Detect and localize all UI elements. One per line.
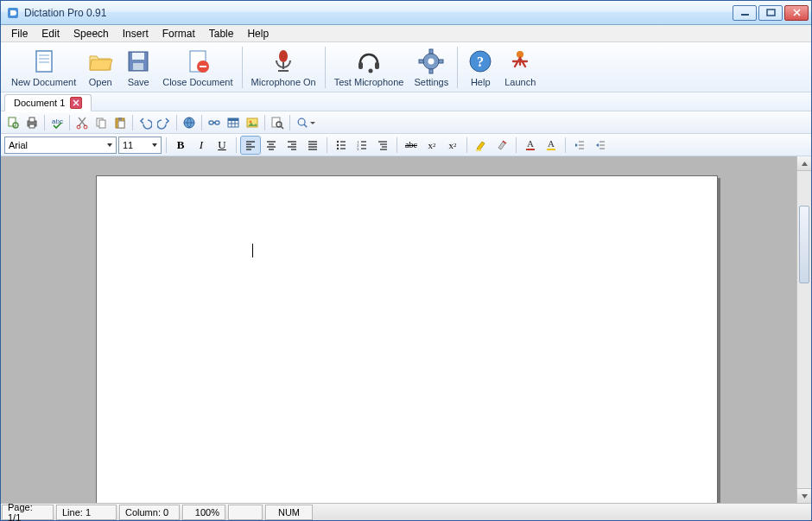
scrollbar-thumb[interactable] [799, 206, 809, 283]
svg-rect-44 [213, 122, 216, 124]
text-cursor [252, 244, 253, 257]
svg-point-13 [279, 50, 288, 62]
settings-button[interactable]: Settings [409, 44, 454, 91]
svg-point-73 [337, 140, 339, 142]
copy-button[interactable] [92, 114, 110, 131]
microphone-on-button[interactable]: Microphone On [246, 44, 321, 91]
italic-button[interactable]: I [192, 137, 211, 154]
highlight-color-button[interactable]: A [542, 137, 561, 154]
svg-rect-93 [547, 149, 555, 150]
superscript-button[interactable]: x2 [443, 137, 462, 154]
svg-rect-28 [9, 118, 16, 126]
undo-button[interactable] [136, 114, 154, 131]
scrollbar-track[interactable] [797, 171, 811, 488]
svg-rect-39 [118, 118, 122, 120]
multilevel-list-button[interactable] [373, 137, 392, 154]
scroll-down-button[interactable] [797, 488, 811, 503]
insert-table-button[interactable] [225, 114, 242, 131]
document-page[interactable] [96, 175, 718, 503]
svg-text:2: 2 [357, 143, 359, 148]
underline-button[interactable]: U [213, 137, 232, 154]
tab-close-button[interactable] [70, 97, 82, 109]
launch-button[interactable]: Launch [499, 44, 541, 91]
toolbar-separator [516, 137, 517, 153]
bold-button[interactable]: B [171, 137, 190, 154]
find-button[interactable] [269, 114, 286, 131]
svg-rect-91 [526, 149, 535, 150]
font-family-select[interactable]: Arial [4, 137, 117, 154]
svg-rect-45 [228, 118, 238, 127]
maximize-button[interactable] [758, 5, 783, 21]
new-document-icon [30, 48, 58, 75]
test-microphone-button[interactable]: Test Microphone [329, 44, 409, 91]
print-button[interactable] [23, 114, 41, 131]
close-document-button[interactable]: Close Document [157, 44, 238, 91]
close-button[interactable] [784, 5, 809, 21]
svg-text:A: A [527, 138, 534, 149]
window-title: Dictation Pro 0.91 [24, 7, 733, 19]
help-button[interactable]: ? Help [461, 44, 499, 91]
menu-insert[interactable]: Insert [116, 26, 155, 41]
print-preview-button[interactable] [4, 114, 22, 131]
open-button[interactable]: Open [81, 44, 119, 91]
clear-formatting-button[interactable] [492, 137, 511, 154]
svg-point-25 [470, 51, 491, 72]
svg-rect-8 [132, 53, 144, 60]
bullet-list-button[interactable] [332, 137, 351, 154]
svg-text:?: ? [477, 54, 484, 69]
scroll-up-button[interactable] [797, 156, 811, 171]
svg-rect-7 [129, 52, 148, 71]
increase-indent-button[interactable] [591, 137, 610, 154]
open-folder-icon [86, 48, 114, 75]
formatting-toolbar: Arial 11 B I U 123 abc x2 x2 A A [1, 134, 811, 156]
close-document-icon [184, 48, 212, 75]
align-left-button[interactable] [241, 137, 260, 154]
svg-point-51 [250, 121, 252, 124]
highlight-button[interactable] [472, 137, 491, 154]
vertical-scrollbar[interactable] [796, 156, 811, 503]
align-right-button[interactable] [282, 137, 301, 154]
insert-image-button[interactable] [244, 114, 261, 131]
menu-table[interactable]: Table [202, 26, 241, 41]
window-controls [733, 5, 809, 21]
document-tab[interactable]: Document 1 [4, 94, 92, 111]
minimize-button[interactable] [733, 5, 757, 21]
svg-rect-30 [28, 121, 36, 126]
redo-button[interactable] [155, 114, 173, 131]
svg-rect-32 [29, 124, 35, 128]
svg-text:A: A [548, 138, 555, 149]
toolbar-separator [565, 137, 566, 153]
subscript-button[interactable]: x2 [422, 137, 441, 154]
new-document-button[interactable]: New Document [6, 44, 81, 91]
svg-rect-16 [358, 62, 363, 69]
status-line: Line: 1 [56, 505, 117, 520]
cut-button[interactable] [73, 114, 91, 131]
menu-edit[interactable]: Edit [35, 26, 67, 41]
spellcheck-button[interactable]: abc [48, 114, 66, 131]
menu-file[interactable]: File [4, 26, 35, 41]
menu-help[interactable]: Help [240, 26, 276, 41]
align-center-button[interactable] [262, 137, 281, 154]
save-button[interactable]: Save [119, 44, 157, 91]
paste-button[interactable] [111, 114, 129, 131]
status-column: Column: 0 [119, 505, 180, 520]
svg-rect-36 [97, 118, 103, 126]
svg-point-11 [197, 60, 209, 73]
number-list-button[interactable]: 123 [352, 137, 371, 154]
menu-format[interactable]: Format [155, 26, 202, 41]
svg-text:abc: abc [52, 118, 63, 125]
toolbar-separator [466, 137, 467, 153]
document-viewport[interactable] [1, 156, 796, 503]
align-justify-button[interactable] [303, 137, 322, 154]
hyperlink-button[interactable] [181, 114, 198, 131]
font-color-button[interactable]: A [521, 137, 540, 154]
font-size-select[interactable]: 11 [118, 137, 162, 154]
strikethrough-button[interactable]: abc [402, 137, 421, 154]
zoom-dropdown[interactable] [294, 114, 318, 131]
toolbar-separator [327, 137, 327, 153]
insert-link-button[interactable] [206, 114, 223, 131]
svg-point-75 [337, 147, 339, 149]
decrease-indent-button[interactable] [570, 137, 589, 154]
toolbar-separator [69, 115, 70, 130]
menu-speech[interactable]: Speech [67, 26, 116, 41]
